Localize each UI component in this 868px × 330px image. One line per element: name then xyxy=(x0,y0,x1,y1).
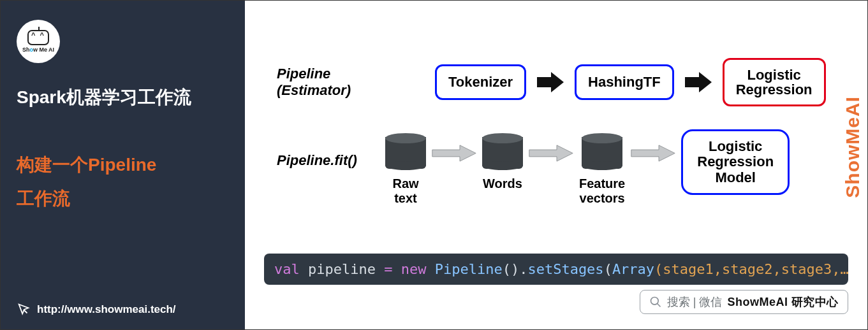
cylinder-icon xyxy=(482,133,523,169)
logo-face-icon xyxy=(27,30,49,45)
cylinder-icon xyxy=(385,133,426,169)
diagram-row-estimator: Pipeline (Estimator) Tokenizer HashingTF… xyxy=(277,58,829,106)
stage-tokenizer: Tokenizer xyxy=(435,64,526,100)
logo: Show Me AI xyxy=(17,20,60,63)
cap-features: Feature vectors xyxy=(579,176,625,206)
logo-text: Show Me AI xyxy=(22,47,54,53)
arrow-icon xyxy=(535,72,566,92)
model-c: Model xyxy=(697,170,774,185)
code-ident: pipeline xyxy=(300,261,384,277)
cylinder-icon xyxy=(582,133,622,169)
logo-text-b: w Me AI xyxy=(33,47,54,53)
stage-logreg-b: Regression xyxy=(736,82,813,97)
pipeline-diagram: Pipeline (Estimator) Tokenizer HashingTF… xyxy=(258,13,855,206)
col-raw-text: Raw text xyxy=(385,133,426,206)
code-array: Array xyxy=(612,261,654,277)
arrow-icon xyxy=(683,72,714,92)
diagram-row-fit: Pipeline.fit() Raw text Words xyxy=(277,133,829,206)
grey-arrow-icon xyxy=(523,133,579,162)
cap-raw-text: Raw text xyxy=(392,176,418,206)
sidebar-accent-line2: 工作流 xyxy=(17,182,229,215)
search-hint: 搜索 | 微信 xyxy=(667,294,723,310)
code-bar: val pipeline = new Pipeline().setStages(… xyxy=(264,254,848,285)
search-icon xyxy=(649,296,662,308)
sidebar: Show Me AI Spark机器学习工作流 构建一个Pipeline 工作流… xyxy=(1,1,245,329)
sidebar-accent: 构建一个Pipeline 工作流 xyxy=(17,148,229,215)
sidebar-accent-line1: 构建一个Pipeline xyxy=(17,148,229,182)
svg-point-0 xyxy=(651,298,658,305)
search-badge[interactable]: 搜索 | 微信 ShowMeAI 研究中心 xyxy=(640,290,848,314)
row1-label-a: Pipeline xyxy=(277,66,379,82)
model-box: Logistic Regression Model xyxy=(681,129,790,195)
row2-label: Pipeline.fit() xyxy=(277,133,385,169)
stage-logreg: Logistic Regression xyxy=(723,58,826,106)
col-words: Words xyxy=(482,133,523,191)
code-p1: (). xyxy=(503,261,528,277)
search-brand: ShowMeAI 研究中心 xyxy=(727,294,839,310)
footer-url[interactable]: http://www.showmeai.tech/ xyxy=(37,303,176,316)
code-fn: setStages xyxy=(527,261,603,277)
stage-hashingtf: HashingTF xyxy=(575,64,674,100)
svg-line-1 xyxy=(657,304,660,307)
col-feature-vectors: Feature vectors xyxy=(579,133,625,206)
code-args: (stage1,stage2,stage3,…)) xyxy=(654,261,848,277)
code-kw-new: new xyxy=(392,261,434,277)
code-eq: = xyxy=(384,261,392,277)
cursor-icon xyxy=(17,303,31,317)
model-b: Regression xyxy=(697,154,774,169)
model-a: Logistic xyxy=(697,139,774,154)
cap-raw-b: text xyxy=(392,191,418,206)
cap-feat-a: Feature xyxy=(579,176,625,191)
grey-arrow-icon xyxy=(625,133,681,162)
sidebar-title: Spark机器学习工作流 xyxy=(17,85,229,110)
cap-feat-b: vectors xyxy=(579,191,625,206)
cap-raw-a: Raw xyxy=(392,176,418,191)
grey-arrow-icon xyxy=(426,133,482,162)
row1-label-b: (Estimator) xyxy=(277,82,379,99)
row1-label: Pipeline (Estimator) xyxy=(277,66,379,99)
main: ShowMeAI Pipeline (Estimator) Tokenizer … xyxy=(245,1,867,329)
sidebar-footer: http://www.showmeai.tech/ xyxy=(17,303,229,317)
code-class: Pipeline xyxy=(435,261,503,277)
code-p2: ( xyxy=(604,261,612,277)
stage-logreg-a: Logistic xyxy=(736,68,813,82)
logo-text-a: Sh xyxy=(22,47,30,53)
code-kw-val: val xyxy=(274,261,300,277)
cap-words: Words xyxy=(483,176,522,191)
watermark: ShowMeAI xyxy=(842,96,864,198)
